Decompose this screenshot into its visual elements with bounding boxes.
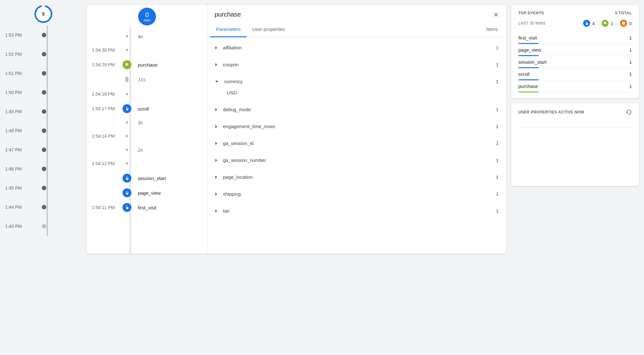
seconds-row[interactable]: 1:54:29 PMpurchase bbox=[87, 57, 207, 72]
minute-time: 1:50 PM bbox=[5, 90, 40, 95]
top-event-count: 1 bbox=[629, 83, 632, 89]
seconds-label: first_visit bbox=[138, 205, 156, 210]
seconds-count: 0 bbox=[145, 11, 149, 18]
param-row[interactable]: tax1 bbox=[208, 202, 506, 219]
minute-row[interactable]: 1:51 PM bbox=[5, 64, 82, 83]
minute-dot bbox=[42, 90, 46, 95]
chip-count: 0 bbox=[629, 21, 632, 26]
param-name: tax bbox=[223, 208, 496, 214]
minute-row[interactable]: 1:46 PM bbox=[5, 159, 82, 178]
param-name: shipping bbox=[223, 191, 496, 197]
minute-row[interactable]: 1:50 PM bbox=[5, 83, 82, 102]
chip-separator bbox=[617, 20, 617, 26]
param-name: page_location bbox=[223, 174, 496, 180]
param-row[interactable]: shipping1 bbox=[208, 185, 506, 202]
event-type-chips: 410 bbox=[583, 20, 632, 27]
minute-dot bbox=[42, 33, 46, 37]
chip-count: 4 bbox=[592, 21, 595, 26]
minute-dot bbox=[42, 224, 46, 228]
chevron-right-icon bbox=[215, 125, 217, 128]
top-event-row[interactable]: purchase1 bbox=[518, 80, 632, 92]
minute-row[interactable]: 1:47 PM bbox=[5, 140, 82, 159]
svg-rect-1 bbox=[624, 22, 624, 24]
event-type-chip[interactable]: 1 bbox=[602, 20, 613, 27]
seconds-row: 1:54:18 PM bbox=[87, 87, 207, 101]
seconds-row: 4s bbox=[87, 30, 207, 43]
touch-icon bbox=[122, 188, 131, 197]
param-row[interactable]: currency1 bbox=[208, 73, 506, 90]
chip-separator bbox=[598, 20, 598, 26]
seconds-label: page_view bbox=[138, 190, 161, 196]
seconds-row: 1:54:30 PM bbox=[87, 43, 207, 57]
minute-dot bbox=[42, 205, 46, 209]
minute-row[interactable]: 1:45 PM bbox=[5, 178, 82, 198]
param-count: 1 bbox=[496, 124, 499, 129]
minute-row[interactable]: 1:49 PM bbox=[5, 102, 82, 121]
seconds-row[interactable]: 1:54:17 PMscroll bbox=[87, 101, 207, 116]
chip-count: 1 bbox=[611, 21, 613, 26]
tab-parameters[interactable]: Parameters bbox=[210, 22, 247, 37]
minute-time: 1:51 PM bbox=[5, 71, 40, 76]
minute-row[interactable]: 1:52 PM bbox=[5, 45, 82, 64]
seconds-time: 1:54:14 PM bbox=[87, 134, 122, 139]
user-properties-card: USER PROPERTIES ACTIVE NOW bbox=[511, 103, 639, 186]
minute-dot bbox=[42, 128, 46, 133]
event-type-chip[interactable]: 4 bbox=[583, 20, 595, 27]
top-event-row[interactable]: scroll1 bbox=[518, 68, 632, 80]
parameters-list[interactable]: affiliation1coupon1currency1USDdebug_mod… bbox=[208, 37, 506, 254]
touch-icon bbox=[583, 20, 590, 27]
param-name: ga_session_id bbox=[223, 141, 496, 146]
minute-dot bbox=[42, 52, 46, 56]
flag-icon bbox=[122, 60, 131, 69]
param-row[interactable]: debug_mode1 bbox=[208, 101, 506, 118]
seconds-time: 1:54:30 PM bbox=[87, 47, 122, 53]
chevron-down-icon bbox=[215, 81, 218, 83]
tab-user-properties[interactable]: User properties bbox=[247, 22, 291, 37]
minute-row[interactable]: 1:43 PM bbox=[5, 217, 82, 236]
touch-icon bbox=[122, 203, 131, 212]
close-icon[interactable] bbox=[493, 11, 499, 18]
minute-time: 1:44 PM bbox=[5, 205, 40, 210]
seconds-row[interactable]: session_start bbox=[87, 171, 207, 185]
minute-timeline: 1:53 PM1:52 PM1:51 PM1:50 PM1:49 PM1:48 … bbox=[5, 25, 82, 236]
top-event-count: 1 bbox=[629, 35, 632, 40]
seconds-row: 3s bbox=[87, 116, 207, 129]
seconds-sub: new bbox=[144, 18, 150, 22]
flag-icon bbox=[602, 20, 609, 27]
top-event-name: scroll bbox=[518, 71, 529, 77]
seconds-row[interactable]: page_view bbox=[87, 185, 207, 200]
top-event-row[interactable]: first_visit1 bbox=[518, 32, 632, 44]
minute-time: 1:43 PM bbox=[5, 224, 40, 229]
top-events-title: TOP EVENTS bbox=[518, 11, 544, 15]
minute-time: 1:53 PM bbox=[5, 33, 40, 38]
minute-dot bbox=[42, 109, 46, 114]
error-icon bbox=[620, 20, 627, 27]
seconds-row[interactable]: 1:54:11 PMfirst_visit bbox=[87, 200, 207, 215]
param-row[interactable]: ga_session_number1 bbox=[208, 152, 506, 169]
top-event-bar bbox=[518, 91, 539, 92]
chevron-right-icon bbox=[215, 63, 217, 66]
chevron-right-icon bbox=[215, 176, 217, 179]
param-name: coupon bbox=[223, 62, 496, 67]
param-name: engagement_time_msec bbox=[223, 124, 496, 129]
param-row[interactable]: ga_session_id1 bbox=[208, 135, 506, 152]
details-title: purchase bbox=[215, 11, 241, 18]
event-type-chip[interactable]: 0 bbox=[620, 20, 632, 27]
tab-items[interactable]: Items bbox=[480, 22, 504, 37]
minute-row[interactable]: 1:48 PM bbox=[5, 121, 82, 140]
history-icon[interactable] bbox=[625, 109, 632, 115]
param-row[interactable]: coupon1 bbox=[208, 56, 506, 73]
param-row[interactable]: affiliation1 bbox=[208, 39, 506, 56]
param-row[interactable]: page_location1 bbox=[208, 169, 506, 185]
seconds-label: 3s bbox=[138, 120, 143, 125]
top-event-row[interactable]: page_view1 bbox=[518, 44, 632, 56]
minute-count: 5 bbox=[42, 11, 45, 17]
user-properties-title: USER PROPERTIES ACTIVE NOW bbox=[518, 110, 584, 114]
top-event-row[interactable]: session_start1 bbox=[518, 56, 632, 68]
param-count: 1 bbox=[496, 141, 499, 146]
minute-row[interactable]: 1:44 PM bbox=[5, 198, 82, 217]
chevron-right-icon bbox=[215, 142, 217, 145]
param-row[interactable]: engagement_time_msec1 bbox=[208, 118, 506, 135]
chevron-right-icon bbox=[215, 159, 217, 162]
minute-row[interactable]: 1:53 PM bbox=[5, 25, 82, 45]
